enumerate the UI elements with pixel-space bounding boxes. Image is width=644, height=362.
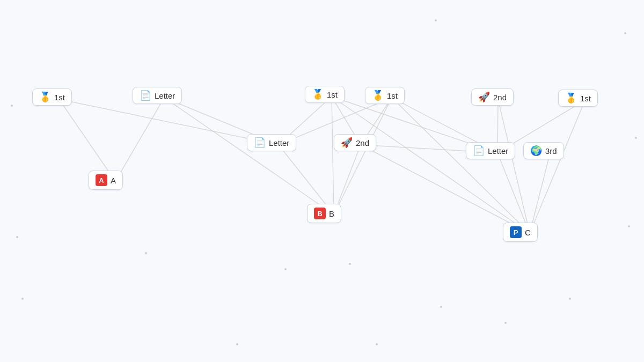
- icon-letter: 📄: [254, 138, 266, 147]
- label-n6: B: [329, 209, 334, 218]
- decorative-dot: [376, 343, 378, 345]
- svg-line-8: [332, 97, 530, 233]
- svg-line-5: [332, 97, 334, 215]
- node-n5[interactable]: 🥇1st: [305, 86, 345, 103]
- decorative-dot: [635, 137, 637, 139]
- node-n2[interactable]: 📄Letter: [133, 87, 182, 104]
- decorative-dot: [504, 322, 507, 324]
- label-n5: 1st: [327, 90, 338, 99]
- decorative-dot: [11, 105, 13, 107]
- node-n4[interactable]: 📄Letter: [247, 134, 296, 151]
- icon-rocket: 🚀: [341, 138, 353, 147]
- decorative-dot: [284, 268, 287, 270]
- svg-line-24: [497, 153, 530, 233]
- decorative-dot: [145, 252, 147, 254]
- label-n4: Letter: [269, 138, 289, 147]
- node-n8[interactable]: 🥇1st: [365, 87, 405, 104]
- icon-globe: 🌍: [530, 146, 542, 156]
- node-n11[interactable]: 🌍3rd: [523, 142, 564, 159]
- label-n13: C: [525, 228, 531, 237]
- label-n9: Letter: [488, 146, 508, 156]
- decorative-dot: [569, 298, 571, 300]
- svg-line-16: [392, 98, 530, 233]
- node-n6[interactable]: BB: [307, 204, 341, 223]
- node-n3[interactable]: AA: [89, 171, 123, 190]
- svg-line-18: [498, 99, 530, 233]
- node-n1[interactable]: 🥇1st: [32, 88, 72, 106]
- icon-rocket: 🚀: [478, 92, 490, 102]
- label-n7: 2nd: [356, 138, 369, 147]
- node-n13[interactable]: PC: [503, 223, 538, 242]
- icon-medal: 🥇: [372, 91, 384, 100]
- decorative-dot: [624, 32, 626, 34]
- label-n10: 2nd: [493, 93, 507, 102]
- label-n2: Letter: [155, 91, 175, 100]
- svg-line-22: [59, 99, 279, 145]
- decorative-dot: [21, 298, 24, 300]
- decorative-dot: [628, 225, 630, 227]
- decorative-dot: [349, 263, 351, 265]
- label-n1: 1st: [54, 93, 65, 102]
- icon-letter: 📄: [140, 91, 151, 100]
- label-n8: 1st: [387, 91, 398, 100]
- badge-n3: A: [96, 174, 107, 186]
- icon-letter: 📄: [473, 146, 485, 156]
- node-n7[interactable]: 🚀2nd: [334, 134, 376, 151]
- svg-line-1: [115, 98, 164, 181]
- label-n11: 3rd: [545, 146, 557, 156]
- svg-line-0: [59, 99, 115, 181]
- decorative-dot: [236, 343, 238, 345]
- svg-line-13: [334, 98, 392, 215]
- icon-medal: 🥇: [565, 93, 577, 103]
- badge-n6: B: [314, 208, 326, 219]
- badge-n13: P: [510, 226, 522, 238]
- icon-medal: 🥇: [312, 90, 324, 99]
- node-n9[interactable]: 📄Letter: [466, 142, 515, 159]
- node-n12[interactable]: 🥇1st: [558, 90, 598, 107]
- decorative-dot: [440, 306, 442, 308]
- decorative-dot: [435, 19, 437, 21]
- svg-line-23: [164, 98, 334, 215]
- label-n12: 1st: [580, 94, 591, 103]
- decorative-dot: [16, 236, 18, 238]
- icon-medal: 🥇: [39, 92, 51, 102]
- node-n10[interactable]: 🚀2nd: [471, 88, 514, 106]
- label-n3: A: [111, 176, 116, 185]
- svg-line-21: [530, 100, 585, 233]
- svg-line-19: [530, 153, 550, 233]
